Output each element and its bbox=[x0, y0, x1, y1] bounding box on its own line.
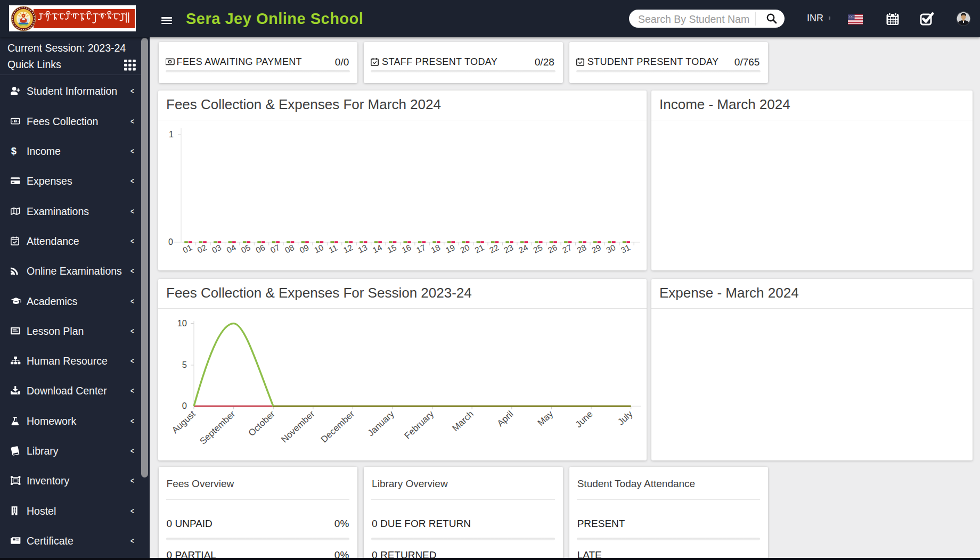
svg-text:October: October bbox=[247, 409, 277, 438]
svg-text:March: March bbox=[450, 409, 476, 433]
svg-text:15: 15 bbox=[386, 243, 398, 255]
svg-text:11: 11 bbox=[327, 243, 339, 254]
svg-text:03: 03 bbox=[210, 243, 223, 255]
svg-text:18: 18 bbox=[429, 243, 442, 255]
svg-text:24: 24 bbox=[517, 243, 529, 255]
svg-text:20: 20 bbox=[459, 243, 471, 255]
svg-text:31: 31 bbox=[619, 243, 632, 255]
svg-text:January: January bbox=[366, 409, 397, 438]
svg-text:04: 04 bbox=[225, 243, 238, 255]
svg-text:September: September bbox=[198, 409, 238, 447]
svg-text:01: 01 bbox=[181, 243, 193, 255]
svg-text:17: 17 bbox=[415, 243, 427, 255]
svg-text:12: 12 bbox=[342, 243, 354, 255]
svg-text:21: 21 bbox=[473, 243, 486, 255]
svg-text:22: 22 bbox=[488, 243, 500, 255]
svg-text:December: December bbox=[319, 409, 357, 445]
svg-text:06: 06 bbox=[254, 243, 266, 255]
svg-text:$: $ bbox=[11, 146, 17, 157]
svg-text:16: 16 bbox=[401, 243, 413, 255]
svg-text:0: 0 bbox=[168, 237, 173, 246]
svg-text:08: 08 bbox=[283, 243, 296, 255]
svg-text:June: June bbox=[574, 409, 595, 430]
svg-text:1: 1 bbox=[14, 119, 16, 122]
svg-text:14: 14 bbox=[371, 243, 383, 255]
svg-text:28: 28 bbox=[576, 243, 588, 255]
svg-text:July: July bbox=[616, 409, 634, 427]
svg-text:19: 19 bbox=[444, 243, 456, 255]
svg-text:April: April bbox=[495, 409, 516, 429]
svg-text:23: 23 bbox=[502, 243, 514, 255]
svg-text:05: 05 bbox=[240, 243, 252, 255]
svg-text:February: February bbox=[403, 409, 436, 441]
svg-text:13: 13 bbox=[356, 243, 369, 255]
svg-text:May: May bbox=[536, 409, 556, 428]
svg-text:10: 10 bbox=[313, 243, 325, 255]
svg-text:26: 26 bbox=[546, 243, 559, 255]
svg-text:1: 1 bbox=[169, 130, 174, 139]
svg-text:29: 29 bbox=[590, 243, 602, 255]
svg-text:02: 02 bbox=[196, 243, 208, 255]
svg-text:07: 07 bbox=[269, 243, 281, 255]
svg-text:August: August bbox=[170, 409, 198, 435]
svg-text:30: 30 bbox=[605, 243, 617, 255]
svg-text:10: 10 bbox=[177, 318, 187, 328]
svg-text:25: 25 bbox=[532, 243, 544, 255]
svg-text:November: November bbox=[279, 409, 317, 445]
svg-text:0: 0 bbox=[182, 401, 187, 410]
svg-text:09: 09 bbox=[298, 243, 311, 255]
svg-text:27: 27 bbox=[561, 243, 573, 255]
svg-text:5: 5 bbox=[182, 360, 187, 369]
